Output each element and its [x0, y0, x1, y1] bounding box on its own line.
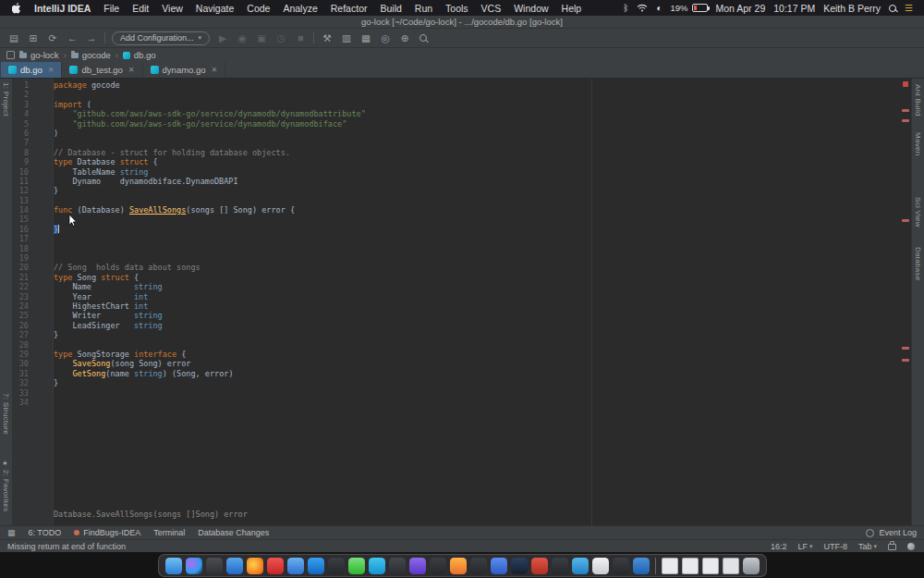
close-tab-icon[interactable]: ✕: [48, 66, 55, 74]
line-number[interactable]: 22: [13, 282, 53, 291]
dock-app-icon[interactable]: [470, 558, 487, 574]
error-stripe-mark[interactable]: [902, 109, 909, 112]
line-number[interactable]: 15: [13, 215, 53, 224]
line-number[interactable]: 11: [13, 177, 53, 186]
inspections-profile-icon[interactable]: [907, 543, 915, 550]
back-icon[interactable]: ←: [66, 33, 79, 43]
breadcrumb-project[interactable]: go-lock: [19, 50, 59, 60]
tool-button-database-changes[interactable]: Database Changes: [198, 528, 269, 537]
close-tab-icon[interactable]: ✕: [128, 66, 135, 74]
error-stripe-mark[interactable]: [902, 359, 909, 362]
line-separator-widget[interactable]: LF▾: [797, 542, 812, 551]
apple-menu-icon[interactable]: [6, 3, 28, 14]
dock-app-icon[interactable]: [409, 558, 426, 574]
line-number[interactable]: 23: [13, 292, 53, 301]
line-number[interactable]: 30: [13, 359, 53, 368]
menubar-item[interactable]: Edit: [126, 3, 155, 14]
tool-button-structure[interactable]: 7: Structure: [2, 393, 10, 435]
dock-app-icon[interactable]: [613, 558, 629, 574]
line-number[interactable]: 34: [13, 398, 53, 407]
dock-app-icon[interactable]: [186, 558, 202, 574]
coverage-icon[interactable]: ▣: [255, 33, 268, 43]
trash-icon[interactable]: [743, 558, 760, 574]
editor-tab[interactable]: db_test.go ✕: [62, 62, 142, 78]
encoding-widget[interactable]: UTF-8: [823, 542, 847, 551]
tool-button[interactable]: Database: [914, 247, 922, 281]
open-file-icon[interactable]: ▤: [7, 33, 20, 43]
inspection-status-indicator[interactable]: [903, 81, 908, 87]
menubar-item[interactable]: IntelliJ IDEA: [28, 3, 97, 14]
breadcrumb-package[interactable]: gocode: [71, 50, 111, 60]
line-number[interactable]: 28: [13, 340, 53, 350]
indent-widget[interactable]: Tab▾: [858, 542, 877, 551]
window-title-bar[interactable]: go-lock [~/Code/go-lock] - .../gocode/db…: [0, 16, 924, 29]
run-anything-icon[interactable]: ◎: [379, 33, 392, 43]
error-stripe-mark[interactable]: [902, 119, 909, 122]
lock-icon[interactable]: [888, 544, 896, 550]
dock-app-icon[interactable]: [247, 558, 263, 574]
line-number[interactable]: 2: [13, 90, 53, 99]
editor-tab[interactable]: db.go ✕: [1, 62, 62, 78]
dock-app-icon[interactable]: [572, 558, 589, 574]
menu-date[interactable]: Mon Apr 29: [716, 3, 766, 14]
dock-app-icon[interactable]: [491, 558, 507, 574]
breadcrumb-file[interactable]: db.go: [123, 50, 156, 60]
minimized-window-icon[interactable]: [662, 558, 678, 574]
stop-icon[interactable]: ■: [294, 33, 307, 43]
line-number[interactable]: 26: [13, 321, 53, 330]
dock-app-icon[interactable]: [450, 558, 467, 574]
menubar-item[interactable]: Help: [555, 3, 589, 14]
error-stripe-mark[interactable]: [902, 219, 909, 222]
dock-app-icon[interactable]: [328, 558, 345, 574]
menubar-item[interactable]: View: [155, 3, 189, 14]
plugins-icon[interactable]: ⊕: [398, 33, 411, 43]
menubar-item[interactable]: Build: [373, 3, 407, 14]
dock-app-icon[interactable]: [389, 558, 406, 574]
tool-button[interactable]: Maven: [914, 132, 922, 156]
tool-button-favorites[interactable]: ★ 2: Favorites: [2, 460, 10, 511]
menubar-item[interactable]: Tools: [439, 3, 475, 14]
menubar-item[interactable]: Analyze: [276, 3, 323, 14]
line-number[interactable]: 9: [13, 157, 53, 166]
line-number[interactable]: 10: [13, 167, 53, 177]
menu-time[interactable]: 10:17 PM: [773, 3, 815, 14]
editor-tab[interactable]: dynamo.go ✕: [143, 62, 226, 78]
tool-window-switcher-icon[interactable]: ▦: [7, 528, 16, 537]
menubar-item[interactable]: VCS: [475, 3, 508, 14]
line-number[interactable]: 21: [13, 273, 53, 282]
dock-app-icon[interactable]: [165, 558, 182, 574]
line-number[interactable]: 31: [13, 369, 53, 378]
tool-button-event-log[interactable]: Event Log: [879, 528, 917, 537]
run-configuration-select[interactable]: Add Configuration... ▾: [112, 31, 210, 45]
changes-icon[interactable]: ▥: [340, 33, 353, 43]
close-tab-icon[interactable]: ✕: [212, 66, 218, 74]
bluetooth-icon[interactable]: ᛒ: [623, 3, 628, 13]
minimized-window-icon[interactable]: [682, 558, 699, 574]
line-number[interactable]: 29: [13, 350, 53, 359]
project-structure-icon[interactable]: ⚒: [321, 33, 334, 43]
navbar-project-icon[interactable]: [6, 51, 15, 59]
line-number[interactable]: 12: [13, 186, 53, 195]
notification-center-icon[interactable]: ☰: [905, 3, 913, 13]
line-number[interactable]: 8: [13, 148, 53, 157]
line-number[interactable]: 33: [13, 388, 53, 398]
line-number[interactable]: 7: [13, 138, 53, 147]
line-number[interactable]: 3: [13, 100, 53, 109]
dock-app-icon[interactable]: [348, 558, 365, 574]
line-number[interactable]: 5: [13, 119, 53, 129]
dock-app-icon[interactable]: [226, 558, 243, 574]
menubar-item[interactable]: Run: [408, 3, 439, 14]
battery-indicator[interactable]: 19%: [671, 3, 708, 13]
forward-icon[interactable]: →: [85, 33, 98, 43]
dock-app-icon[interactable]: [592, 558, 609, 574]
line-number[interactable]: 19: [13, 253, 53, 263]
editor[interactable]: package gocodeimport ( "github.com/aws/a…: [54, 79, 911, 525]
line-number[interactable]: 4: [13, 109, 53, 118]
menubar-item[interactable]: Code: [240, 3, 276, 14]
profiler-icon[interactable]: ◷: [274, 33, 287, 43]
dock-app-icon[interactable]: [287, 558, 304, 574]
line-number[interactable]: 20: [13, 263, 53, 272]
error-stripe-mark[interactable]: [902, 347, 909, 350]
dock-app-icon[interactable]: [552, 558, 568, 574]
menu-user[interactable]: Keith B Perry: [823, 3, 881, 14]
